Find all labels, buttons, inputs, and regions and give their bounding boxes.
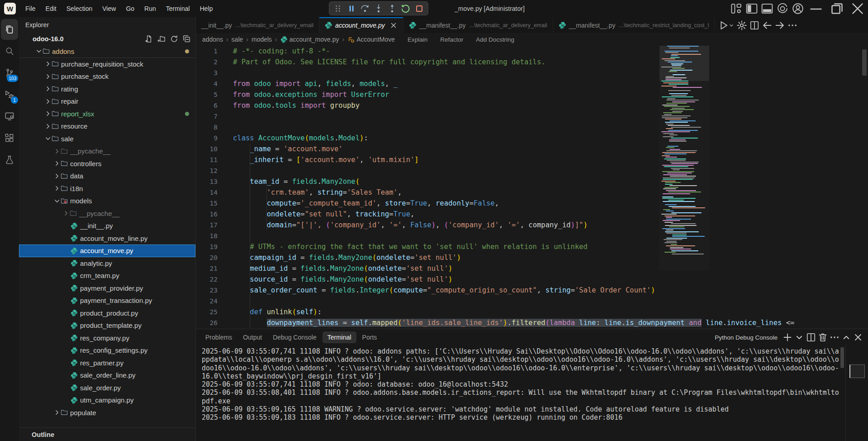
menu-file[interactable]: File <box>20 0 41 17</box>
split-icon[interactable] <box>749 20 760 31</box>
tree-item-analytic.py[interactable]: analytic.py <box>19 257 195 270</box>
code-line-24[interactable]: 24 <box>196 296 868 307</box>
tab-__init__.py-0[interactable]: __init__.py...\techmatic_ar_delivery_ema… <box>196 17 319 33</box>
panel-tab-debug-console[interactable]: Debug Console <box>268 331 322 343</box>
tree-item-utm_campaign.py[interactable]: utm_campaign.py <box>19 394 195 407</box>
panel-tab-terminal[interactable]: Terminal <box>323 331 356 343</box>
breadcrumb-sale[interactable]: sale <box>232 36 243 43</box>
codelens-explain[interactable]: Explain <box>408 36 427 43</box>
menu-edit[interactable]: Edit <box>41 0 62 17</box>
tree-item-models[interactable]: models <box>19 195 195 207</box>
new-file-icon[interactable] <box>145 35 153 43</box>
code-line-16[interactable]: 16 ondelete="set null", tracking=True, <box>196 209 868 220</box>
code-line-7[interactable]: 7 <box>196 111 868 122</box>
code-line-1[interactable]: 1# -*- coding: utf-8 -*- <box>196 46 868 57</box>
search-icon[interactable] <box>278 3 289 14</box>
tree-item-purchase_stock[interactable]: purchase_stock <box>19 70 195 83</box>
code-line-20[interactable]: 20 campaign_id = fields.Many2one(ondelet… <box>196 252 868 263</box>
breadcrumb-models[interactable]: models <box>251 36 272 43</box>
tree-item-sale_order_line.py[interactable]: sale_order_line.py <box>19 369 195 382</box>
tree-item-res_company.py[interactable]: res_company.py <box>19 332 195 345</box>
panel-tab-ports[interactable]: Ports <box>357 331 382 343</box>
close-icon[interactable] <box>847 0 868 19</box>
restore-icon[interactable] <box>826 0 847 19</box>
x-sm-icon[interactable] <box>853 332 863 343</box>
tree-item-sale[interactable]: sale <box>19 133 195 145</box>
activitybar-testing[interactable] <box>1 149 18 170</box>
active-terminal-item[interactable] <box>849 364 865 378</box>
code-line-12[interactable]: 12 <box>196 165 868 176</box>
plus-icon[interactable] <box>782 332 793 343</box>
panel-tab-output[interactable]: Output <box>238 331 267 343</box>
code-line-17[interactable]: 17 domain="['|', ('company_id', '=', Fal… <box>196 220 868 230</box>
split-icon[interactable] <box>806 332 816 343</box>
minimize-icon[interactable] <box>806 0 826 19</box>
tree-item-report_xlsx[interactable]: report_xlsx <box>19 108 195 120</box>
code-line-9[interactable]: 9class AccountMove(models.Model): <box>196 133 868 144</box>
warning-icon[interactable] <box>852 350 862 360</box>
codelens-refactor[interactable]: Refactor <box>440 36 463 43</box>
tree-item-product_product.py[interactable]: product_product.py <box>19 307 195 320</box>
tree-item-purchase_requisition_stock[interactable]: purchase_requisition_stock <box>19 58 195 71</box>
menu-run[interactable]: Run <box>139 0 161 17</box>
code-line-6[interactable]: 6from odoo.tools import groupby <box>196 100 868 111</box>
code-line-8[interactable]: 8 <box>196 122 868 133</box>
tree-item-addons[interactable]: addons <box>19 45 195 58</box>
account-icon[interactable] <box>790 1 806 16</box>
menu-selection[interactable]: Selection <box>62 0 98 17</box>
menu-help[interactable]: Help <box>195 0 218 17</box>
tab-account_move.py-1[interactable]: account_move.py <box>319 17 403 33</box>
sidebar-left-icon[interactable] <box>744 1 759 16</box>
layout-icon[interactable] <box>729 1 744 16</box>
breadcrumb-account_move.py[interactable]: account_move.py <box>280 36 339 43</box>
activitybar-extensions[interactable] <box>1 128 18 149</box>
tree-item-res_partner.py[interactable]: res_partner.py <box>19 357 195 369</box>
tree-item-resource[interactable]: resource <box>19 120 195 133</box>
tree-item-__pycache__[interactable]: __pycache__ <box>19 207 195 220</box>
code-line-5[interactable]: 5from odoo.exceptions import UserError <box>196 89 868 100</box>
step-out-icon[interactable] <box>386 3 398 14</box>
tree-item-account_move_line.py[interactable]: account_move_line.py <box>19 232 195 245</box>
pause-icon[interactable] <box>346 3 357 14</box>
code-line-18[interactable]: 18 <box>196 230 868 241</box>
tree-item-crm_team.py[interactable]: crm_team.py <box>19 269 195 282</box>
project-root-row[interactable]: odoo-16.0 <box>19 33 195 45</box>
tree-item-payment_provider.py[interactable]: payment_provider.py <box>19 282 195 295</box>
code-line-14[interactable]: 14 'crm.team', string='Sales Team', <box>196 187 868 198</box>
terminal-output[interactable]: 2025-06-09 03:55:07,741 11108 INFO ? odo… <box>196 345 839 441</box>
code-line-23[interactable]: 23 sale_order_count = fields.Integer(com… <box>196 285 868 296</box>
code-line-11[interactable]: 11 _inherit = ['account.move', 'utm.mixi… <box>196 154 868 165</box>
breadcrumb-AccountMove[interactable]: AccountMove <box>347 36 395 43</box>
outline-section[interactable]: Outline <box>19 427 195 441</box>
chev-down-sm-icon[interactable] <box>794 332 805 343</box>
code-line-10[interactable]: 10 _name = 'account.move' <box>196 144 868 154</box>
tree-item-__init__.py[interactable]: __init__.py <box>19 220 195 232</box>
tree-item-res_config_settings.py[interactable]: res_config_settings.py <box>19 344 195 357</box>
arrow-left-icon[interactable] <box>762 20 773 31</box>
explorer-more-icon[interactable] <box>165 21 173 29</box>
code-line-4[interactable]: 4from odoo import api, fields, models, _ <box>196 78 868 89</box>
tree-item-controllers[interactable]: controllers <box>19 158 195 170</box>
trash-icon[interactable] <box>817 332 828 343</box>
terminal-name-label[interactable]: Python Debug Console <box>715 334 778 341</box>
tree-item-rating[interactable]: rating <box>19 83 195 96</box>
new-folder-icon[interactable] <box>157 35 166 43</box>
editor-scrollbar[interactable] <box>862 49 867 76</box>
code-editor[interactable]: 1# -*- coding: utf-8 -*-2# Part of Odoo.… <box>196 46 868 329</box>
activitybar-source-control[interactable]: 103 <box>1 62 18 83</box>
more-h-icon[interactable] <box>829 332 840 343</box>
panel-bottom-icon[interactable] <box>759 1 775 16</box>
codelens-add-docstring[interactable]: Add Docstring <box>476 36 514 43</box>
tab-__manifest__.py-3[interactable]: __manifest__.py...\techmatic_restrict_la… <box>553 17 715 33</box>
more-h-icon[interactable] <box>787 20 798 31</box>
app-logo-icon[interactable]: W <box>4 3 16 14</box>
code-line-13[interactable]: 13 team_id = fields.Many2one( <box>196 176 868 187</box>
minimap-slider[interactable] <box>659 46 709 81</box>
code-line-19[interactable]: 19 # UTMs - enforcing the fact that we w… <box>196 241 868 252</box>
arrow-right-icon[interactable] <box>774 20 785 31</box>
tree-item-payment_transaction.py[interactable]: payment_transaction.py <box>19 294 195 307</box>
tree-item-product_template.py[interactable]: product_template.py <box>19 319 195 332</box>
step-into-icon[interactable] <box>373 3 384 14</box>
activitybar-remote-explorer[interactable] <box>1 106 18 127</box>
code-line-2[interactable]: 2# Part of Odoo. See LICENSE file for fu… <box>196 57 868 67</box>
